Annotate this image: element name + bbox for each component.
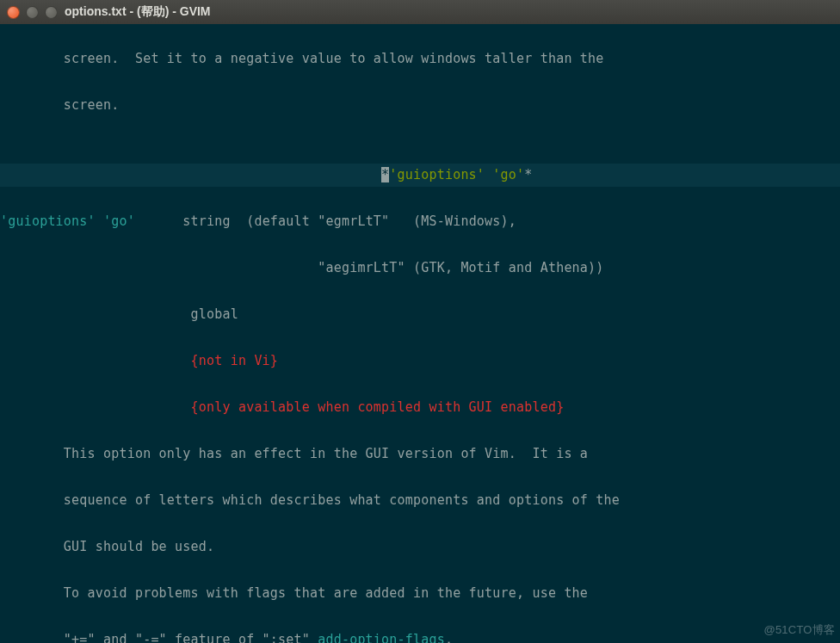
help-line: "aegimrLtT" (GTK, Motif and Athena)) [0,257,840,280]
editor-area[interactable]: screen. Set it to a negative value to al… [0,24,840,643]
help-cursor-line: *'guioptions' 'go'* [0,164,840,187]
maximize-icon[interactable] [45,6,58,19]
cursor: * [381,167,389,182]
help-line: To avoid problems with flags that are ad… [0,582,840,605]
window-title: options.txt - (帮助) - GVIM [65,4,211,20]
help-line: sequence of letters which describes what… [0,489,840,512]
window-buttons [7,6,58,19]
help-line: GUI should be used. [0,535,840,559]
watermark: @51CTO博客 [764,618,835,641]
help-line: 'guioptions' 'go' string (default "egmrL… [0,210,840,233]
help-pane[interactable]: screen. Set it to a negative value to al… [0,24,840,643]
help-line: "+=" and "-=" feature of ":set" add-opti… [0,628,840,643]
help-line: screen. Set it to a negative value to al… [0,47,840,71]
help-note: {not in Vi} [0,349,840,373]
minimize-icon[interactable] [26,6,39,19]
help-tag: 'go' [492,167,524,182]
help-line: This option only has an effect in the GU… [0,442,840,466]
close-icon[interactable] [7,6,20,19]
help-line: global [0,303,840,326]
help-note: {only available when compiled with GUI e… [0,396,840,419]
help-line: screen. [0,94,840,117]
help-tag: 'guioptions' [389,167,485,182]
window-titlebar: options.txt - (帮助) - GVIM [0,0,840,24]
help-link[interactable]: add-option-flags [318,632,445,643]
option-name: 'guioptions' [0,213,96,229]
